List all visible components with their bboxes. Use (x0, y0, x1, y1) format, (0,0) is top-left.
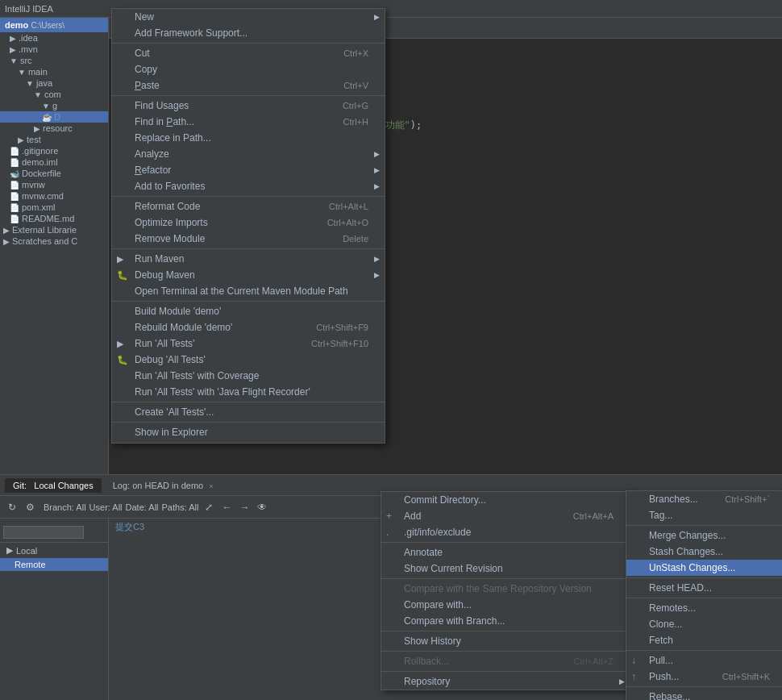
ctx-debug-maven[interactable]: 🐛 Debug Maven ▶ (112, 267, 385, 283)
ctx-label: Remotes... (649, 602, 696, 614)
ctx-copy[interactable]: Copy (112, 61, 385, 77)
shortcut: Ctrl+Shift+K (706, 672, 770, 681)
ctx-analyze[interactable]: Analyze ▶ (112, 146, 385, 162)
ctx-remotes[interactable]: Remotes... (626, 600, 782, 616)
ctx-create-all-tests[interactable]: Create 'All Tests'... (112, 404, 385, 420)
ctx-clone[interactable]: Clone... (626, 616, 782, 632)
ctx-label: Run Maven (135, 253, 184, 265)
ctx-branches[interactable]: Branches... Ctrl+Shift+` (626, 491, 782, 507)
shortcut: Ctrl+Alt+A (557, 511, 614, 521)
ctx-paste[interactable]: Paste Ctrl+V (112, 77, 385, 94)
ctx-optimize-imports[interactable]: Optimize Imports Ctrl+Alt+O (112, 215, 385, 231)
nav-right-btn[interactable]: → (237, 500, 252, 515)
ctx-label: Find in Path... (135, 116, 194, 127)
tree-label: External Librarie (12, 225, 77, 235)
ctx-label: Compare with Branch... (404, 615, 505, 627)
nav-left-btn[interactable]: ← (219, 500, 234, 515)
ctx-pull[interactable]: ↓ Pull... (626, 652, 782, 669)
date-label: Date: All (126, 502, 159, 512)
ctx-push[interactable]: ↑ Push... Ctrl+Shift+K (626, 669, 782, 685)
ctx-dir-path[interactable]: Directory Path Ctrl+Alt+F12 (112, 440, 385, 444)
remote-section-item[interactable]: Remote (0, 558, 108, 571)
branch-filter[interactable]: Branch: All (44, 502, 86, 512)
expand-btn[interactable]: ⤢ (202, 500, 216, 515)
search-input[interactable] (3, 526, 84, 539)
date-filter[interactable]: Date: All (126, 502, 159, 512)
ctx-label: Commit Directory... (404, 494, 486, 506)
tree-item-java[interactable]: ▼ java (0, 77, 108, 89)
tree-item-readme[interactable]: 📄 README.md (0, 213, 108, 224)
ctx-build-module[interactable]: Build Module 'demo' (112, 303, 385, 319)
ctx-run-jfr[interactable]: Run 'All Tests' with 'Java Flight Record… (112, 384, 385, 400)
tree-item-idea[interactable]: ▶ .idea (0, 32, 108, 44)
ctx-compare-branch[interactable]: Compare with Branch... (381, 613, 630, 629)
ctx-show-history[interactable]: Show History (381, 633, 630, 649)
ctx-find-path[interactable]: Find in Path... Ctrl+H (112, 114, 385, 130)
tree-label: mvnw.cmd (22, 191, 64, 201)
ctx-compare-with2[interactable]: Compare with... (381, 597, 630, 613)
ctx-rebase[interactable]: Rebase... (626, 689, 782, 700)
tree-item-test[interactable]: ▶ test (0, 134, 108, 145)
paths-filter[interactable]: Paths: All (162, 502, 199, 512)
debug-icon: 🐛 (117, 270, 128, 281)
ctx-replace-path[interactable]: Replace in Path... (112, 130, 385, 146)
separator (381, 631, 630, 631)
eye-btn[interactable]: 👁 (255, 500, 269, 515)
ctx-run-all-tests[interactable]: ▶ Run 'All Tests' Ctrl+Shift+F10 (112, 335, 385, 352)
ctx-commit-dir[interactable]: Commit Directory... (381, 492, 630, 508)
ctx-annotate[interactable]: Annotate (381, 544, 630, 560)
ctx-new[interactable]: New ▶ (112, 9, 385, 25)
tree-item-src[interactable]: ▼ src (0, 55, 108, 66)
tree-item-demoixml[interactable]: 📄 demo.iml (0, 156, 108, 168)
settings-btn[interactable]: ⚙ (23, 500, 37, 515)
ctx-add-favorites[interactable]: Add to Favorites ▶ (112, 178, 385, 194)
tree-item-d[interactable]: ☕ D (0, 111, 108, 123)
ctx-tag[interactable]: Tag... (626, 507, 782, 523)
log-tab-label: Log: on HEAD in demo (113, 481, 204, 490)
ctx-debug-all-tests[interactable]: 🐛 Debug 'All Tests' (112, 352, 385, 368)
ctx-add[interactable]: + Add Ctrl+Alt+A (381, 508, 630, 524)
ctx-reformat[interactable]: Reformat Code Ctrl+Alt+L (112, 198, 385, 215)
tab-log-bottom[interactable]: Log: on HEAD in demo × (105, 478, 222, 493)
ctx-reset-head[interactable]: Reset HEAD... (626, 580, 782, 596)
tree-item-pomxml[interactable]: 📄 pom.xml (0, 202, 108, 213)
ctx-git-exclude[interactable]: . .git/info/exclude (381, 524, 630, 540)
ctx-merge-changes[interactable]: Merge Changes... (626, 527, 782, 544)
ctx-find-usages[interactable]: Find Usages Ctrl+G (112, 98, 385, 114)
tree-item-mvnwcmd[interactable]: 📄 mvnw.cmd (0, 190, 108, 202)
tree-item-g[interactable]: ▼ g (0, 100, 108, 111)
ctx-stash-changes[interactable]: Stash Changes... (626, 544, 782, 560)
refresh-btn[interactable]: ↻ (5, 500, 19, 515)
tree-item-scratches[interactable]: ▶ Scratches and C (0, 235, 108, 247)
ctx-label: Fetch (649, 635, 673, 646)
log-tab-close[interactable]: × (209, 482, 213, 490)
tree-item-resources[interactable]: ▶ resourc (0, 123, 108, 134)
local-section-header[interactable]: ▶ Local (0, 543, 108, 558)
ctx-open-terminal-maven[interactable]: Open Terminal at the Current Maven Modul… (112, 283, 385, 299)
tree-item-com[interactable]: ▼ com (0, 89, 108, 100)
tree-item-dockerfile[interactable]: 🐋 Dockerfile (0, 168, 108, 179)
ctx-label: .git/info/exclude (404, 527, 471, 538)
tree-item-mvn[interactable]: ▶ .mvn (0, 44, 108, 55)
ctx-repository[interactable]: Repository ▶ (381, 673, 630, 690)
tree-item-external-libs[interactable]: ▶ External Librarie (0, 224, 108, 235)
tree-item-main[interactable]: ▼ main (0, 66, 108, 77)
tree-label: demo.iml (22, 157, 58, 167)
ctx-run-coverage[interactable]: Run 'All Tests' with Coverage (112, 368, 385, 384)
ctx-add-framework[interactable]: Add Framework Support... (112, 25, 385, 41)
tree-item-gitignore[interactable]: 📄 .gitignore (0, 145, 108, 156)
ctx-label: Run 'All Tests' (135, 338, 194, 349)
ctx-show-explorer[interactable]: Show in Explorer (112, 424, 385, 440)
ctx-rebuild-module[interactable]: Rebuild Module 'demo' Ctrl+Shift+F9 (112, 319, 385, 335)
ctx-fetch[interactable]: Fetch (626, 632, 782, 648)
ctx-run-maven[interactable]: ▶ Run Maven ▶ (112, 251, 385, 267)
ctx-show-current-revision[interactable]: Show Current Revision (381, 560, 630, 577)
java-file-icon: ☕ (42, 113, 52, 122)
ctx-remove-module[interactable]: Remove Module Delete (112, 231, 385, 247)
tab-git[interactable]: Git: Local Changes (5, 478, 102, 493)
ctx-refactor[interactable]: Refactor ▶ (112, 162, 385, 178)
ctx-cut[interactable]: Cut Ctrl+X (112, 45, 385, 61)
tree-item-mvnw[interactable]: 📄 mvnw (0, 179, 108, 190)
ctx-unstash-changes[interactable]: UnStash Changes... (626, 560, 782, 576)
user-filter[interactable]: User: All (89, 502, 123, 512)
